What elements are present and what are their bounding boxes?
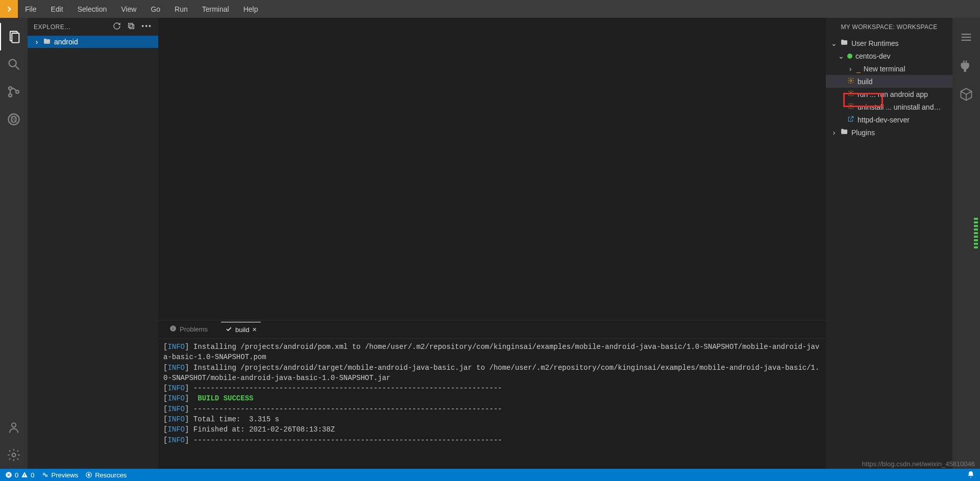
tree-item-android[interactable]: › android — [28, 36, 158, 48]
ws-item-label: uninstall ... uninstall and… — [857, 103, 941, 111]
gear-icon — [847, 90, 854, 98]
ws-item-label: build — [857, 78, 873, 86]
account-icon[interactable] — [0, 414, 28, 441]
svg-rect-23 — [24, 474, 25, 476]
debug-icon[interactable] — [0, 106, 28, 133]
tab-label: Problems — [180, 325, 208, 333]
status-label: Previews — [51, 471, 78, 479]
app-logo — [0, 0, 18, 18]
editor-area — [158, 18, 826, 320]
cube-icon[interactable] — [952, 80, 980, 109]
chevron-right-icon: › — [34, 38, 40, 46]
watermark: https://blog.csdn.net/weixin_45810046 — [862, 460, 975, 468]
gear-icon — [847, 103, 854, 111]
svg-rect-1 — [12, 33, 19, 43]
menu-selection[interactable]: Selection — [70, 0, 114, 18]
settings-icon[interactable] — [0, 441, 28, 469]
tree-item-label: android — [54, 38, 78, 46]
folder-icon — [43, 37, 51, 47]
scroll-indicator — [974, 218, 978, 248]
ws-item-label: run ... run android app — [857, 90, 928, 98]
svg-rect-14 — [173, 328, 173, 330]
status-previews[interactable]: Previews — [41, 471, 78, 479]
more-icon[interactable]: ••• — [141, 22, 152, 32]
terminal-output[interactable]: [INFO] Installing /projects/android/pom.… — [158, 339, 826, 469]
activitybar-left — [0, 18, 28, 469]
explorer-icon[interactable] — [0, 23, 28, 50]
menu-help[interactable]: Help — [236, 0, 265, 18]
bell-icon[interactable] — [967, 470, 975, 480]
menu-edit[interactable]: Edit — [44, 0, 70, 18]
search-icon[interactable] — [0, 50, 28, 78]
menu-go[interactable]: Go — [143, 0, 167, 18]
svg-line-3 — [16, 66, 19, 70]
menubar: File Edit Selection View Go Run Terminal… — [0, 0, 980, 18]
ws-item-label: Plugins — [851, 129, 875, 137]
ws-item-label: User Runtimes — [851, 39, 899, 47]
status-label: Resources — [95, 471, 127, 479]
menu-file[interactable]: File — [18, 0, 44, 18]
list-icon[interactable] — [952, 23, 980, 52]
svg-point-16 — [850, 80, 852, 82]
workspace-panel: MY WORKSPACE: WORKSPACE ⌄ User Runtimes … — [826, 18, 952, 469]
plug-icon[interactable] — [952, 52, 980, 80]
ws-centos-dev[interactable]: ⌄ centos-dev — [826, 49, 952, 62]
svg-point-9 — [12, 423, 16, 427]
main-area: Problems build × [INFO] Installing /proj… — [158, 18, 826, 469]
svg-rect-11 — [129, 23, 133, 28]
folder-icon — [840, 38, 848, 48]
activitybar-right — [952, 18, 980, 469]
svg-rect-12 — [130, 24, 134, 29]
ws-run[interactable]: run ... run android app — [826, 88, 952, 100]
ws-uninstall[interactable]: uninstall ... uninstall and… — [826, 100, 952, 113]
refresh-icon[interactable] — [113, 22, 121, 32]
external-link-icon — [847, 115, 854, 124]
status-resources[interactable]: Resources — [85, 471, 127, 479]
check-icon — [225, 325, 232, 334]
source-control-icon[interactable] — [0, 78, 28, 106]
ws-httpd[interactable]: httpd-dev-server — [826, 113, 952, 126]
ws-plugins[interactable]: › Plugins — [826, 126, 952, 139]
ws-user-runtimes[interactable]: ⌄ User Runtimes — [826, 37, 952, 49]
ws-item-label: New terminal — [864, 65, 905, 73]
tab-build[interactable]: build × — [221, 322, 261, 337]
bottom-panel: Problems build × [INFO] Installing /proj… — [158, 320, 826, 469]
close-icon[interactable]: × — [252, 325, 256, 334]
chevron-right-icon: › — [847, 65, 853, 73]
error-count: 0 — [15, 471, 18, 479]
gear-icon — [847, 77, 854, 86]
menu-run[interactable]: Run — [167, 0, 195, 18]
chevron-down-icon: ⌄ — [831, 39, 837, 47]
status-dot-icon — [847, 54, 852, 59]
svg-point-17 — [850, 92, 852, 94]
statusbar: 0 0 Previews Resources — [0, 469, 980, 481]
ws-item-label: httpd-dev-server — [857, 116, 910, 124]
svg-point-5 — [9, 94, 12, 97]
status-errors[interactable]: 0 0 — [5, 471, 34, 479]
ws-new-terminal[interactable]: › _ New terminal — [826, 62, 952, 75]
warning-count: 0 — [31, 471, 34, 479]
info-icon — [169, 325, 177, 334]
explorer-title: EXPLORE… — [34, 23, 71, 31]
collapse-icon[interactable] — [127, 22, 135, 32]
tab-label: build — [235, 326, 249, 334]
ws-item-label: centos-dev — [855, 52, 890, 60]
svg-point-4 — [9, 87, 12, 90]
svg-point-2 — [9, 60, 16, 67]
chevron-down-icon: ⌄ — [838, 52, 844, 60]
menu-view[interactable]: View — [114, 0, 143, 18]
svg-rect-24 — [24, 476, 25, 476]
svg-point-18 — [850, 105, 852, 107]
menu-terminal[interactable]: Terminal — [195, 0, 236, 18]
tab-problems[interactable]: Problems — [165, 322, 212, 337]
chevron-right-icon: › — [831, 129, 837, 137]
svg-rect-15 — [173, 327, 173, 327]
folder-icon — [840, 128, 848, 137]
terminal-icon: _ — [856, 65, 861, 73]
explorer-sidebar: EXPLORE… ••• › android — [28, 18, 158, 469]
workspace-title: MY WORKSPACE: WORKSPACE — [826, 18, 952, 36]
ws-build[interactable]: build — [826, 75, 952, 88]
svg-point-10 — [12, 453, 16, 457]
